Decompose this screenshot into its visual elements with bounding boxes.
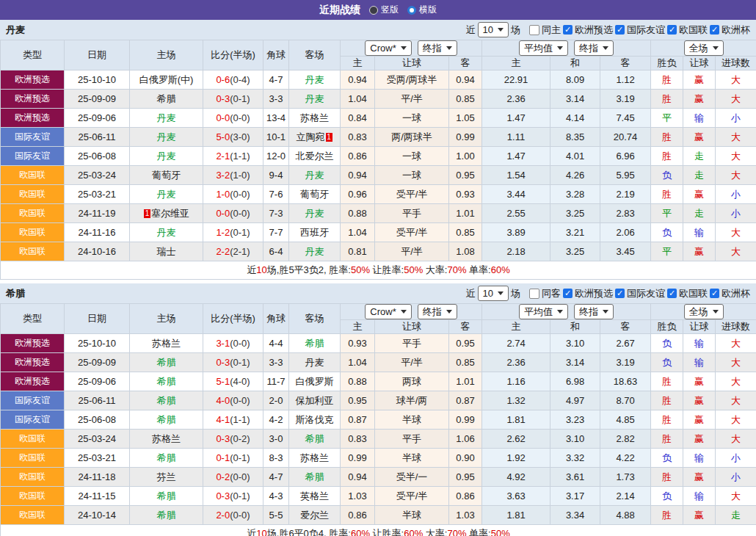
- match-row: 欧国联25-03-21丹麦1-0(0-0)7-6葡萄牙0.96受平/半0.933…: [1, 185, 756, 204]
- avg-home-odds: 1.81: [482, 506, 550, 525]
- summary-segment: 场,胜6平0负4, 胜率:: [267, 528, 351, 536]
- team-name: 希腊: [157, 452, 176, 463]
- crow-home-odds: 0.84: [341, 109, 375, 128]
- radio-icon-vertical[interactable]: [369, 6, 378, 15]
- fulltime-score: 2-2: [216, 246, 230, 257]
- avg-draw-odds: 4.97: [550, 391, 600, 410]
- fulltime-score: 1-2: [216, 227, 230, 238]
- competition-checkbox-3[interactable]: [710, 25, 719, 35]
- competition-checkbox-1[interactable]: [615, 289, 625, 298]
- result-goals: 大: [716, 242, 756, 261]
- crow-bookmaker-select[interactable]: Crow*: [365, 40, 411, 56]
- competition-checkbox-3[interactable]: [710, 289, 719, 298]
- average-odds-select[interactable]: 平均值: [519, 40, 568, 56]
- layout-option-horizontal[interactable]: 横版: [407, 4, 437, 16]
- result-goals: 大: [716, 70, 756, 90]
- avg-draw-odds: 3.14: [550, 90, 600, 109]
- average-odds-select[interactable]: 平均值: [519, 304, 568, 319]
- summary-segment: 60%: [404, 528, 423, 536]
- result-handicap: 赢: [683, 410, 716, 430]
- score-cell: 4-1(1-1): [203, 410, 263, 430]
- halftime-score: (1-1): [230, 414, 250, 425]
- average-final-odds-select[interactable]: 终指: [574, 304, 614, 319]
- avg-draw-odds: 4.26: [550, 166, 600, 185]
- summary-segment: 70%: [447, 528, 466, 536]
- team-name: 丹麦: [157, 112, 176, 123]
- result-goals: 大: [716, 430, 756, 449]
- recent-count-select[interactable]: 10: [478, 22, 509, 37]
- score-cell: 1-2(0-1): [203, 223, 263, 242]
- avg-draw-odds: 3.14: [550, 353, 600, 372]
- result-outcome: 胜: [651, 147, 683, 166]
- result-handicap: 输: [683, 353, 716, 372]
- away-team: 爱尔兰: [289, 506, 341, 525]
- result-handicap: 走: [683, 147, 716, 166]
- result-handicap: 赢: [683, 242, 716, 261]
- chevron-down-icon: [603, 310, 608, 314]
- summary-segment: 单率:: [466, 528, 490, 536]
- competition-checkbox-1[interactable]: [615, 25, 625, 35]
- match-date: 25-03-24: [65, 166, 130, 185]
- avg-away-odds: 2.67: [600, 334, 651, 353]
- handicap-line: 两/两球半: [375, 128, 449, 147]
- avg-home-odds: 2.36: [482, 90, 550, 109]
- handicap-line: 半球: [375, 506, 449, 525]
- result-outcome: 胜: [651, 70, 683, 90]
- handicap-line: 平/半: [375, 353, 449, 372]
- summary-segment: 60%: [351, 528, 370, 536]
- avg-home-odds: 2.18: [482, 242, 550, 261]
- recent-count-select[interactable]: 10: [478, 286, 509, 301]
- home-team: 丹麦: [130, 109, 203, 128]
- avg-away-odds: 1.73: [600, 468, 651, 487]
- result-outcome: 负: [651, 223, 683, 242]
- average-final-odds-select[interactable]: 终指: [574, 40, 614, 56]
- team-name: 希腊: [157, 395, 176, 406]
- col-avg-draw: 和: [550, 57, 600, 70]
- match-type-badge: 国际友谊: [1, 147, 65, 166]
- handicap-line: 受平/半: [375, 487, 449, 506]
- team-name: 立陶宛: [297, 131, 325, 142]
- layout-option-vertical[interactable]: 竖版: [369, 4, 399, 16]
- recent-count-value: 10: [483, 24, 493, 35]
- crow-final-odds-select[interactable]: 终指: [418, 304, 457, 319]
- avg-draw-odds: 3.21: [550, 223, 600, 242]
- match-date: 25-06-08: [65, 147, 130, 166]
- result-handicap: 赢: [683, 468, 716, 487]
- home-team: 希腊: [130, 372, 203, 391]
- match-row: 国际友谊25-06-08希腊4-1(1-1)4-2斯洛伐克0.87半球0.991…: [1, 410, 756, 430]
- red-card-badge: 1: [326, 133, 332, 142]
- team-name: 苏格兰: [300, 452, 329, 463]
- crow-home-odds: 0.94: [341, 468, 375, 487]
- crow-away-odds: 0.99: [449, 410, 482, 430]
- same-venue-checkbox[interactable]: [529, 289, 539, 299]
- topbar: 近期战绩 竖版 横版: [0, 0, 756, 20]
- competition-checkbox-0[interactable]: [563, 289, 573, 298]
- avg-home-odds: 4.92: [482, 468, 550, 487]
- team-name: 希腊: [157, 414, 176, 425]
- fulltime-select[interactable]: 全场: [684, 40, 724, 56]
- same-venue-checkbox[interactable]: [529, 25, 539, 35]
- competition-checkbox-0[interactable]: [563, 25, 573, 35]
- home-team: 苏格兰: [130, 430, 203, 449]
- crow-bookmaker-select[interactable]: Crow*: [365, 304, 411, 319]
- match-row: 国际友谊25-06-08丹麦2-1(1-1)12-0北爱尔兰0.86一球1.00…: [1, 147, 756, 166]
- avg-away-odds: 3.19: [600, 90, 651, 109]
- competition-checkbox-2[interactable]: [667, 289, 677, 298]
- competition-checkbox-2[interactable]: [667, 25, 677, 35]
- fulltime-select[interactable]: 全场: [684, 304, 724, 319]
- col-result-goals: 进球数: [716, 57, 756, 70]
- fulltime-score: 2-1: [216, 151, 230, 162]
- result-goals: 小: [716, 185, 756, 204]
- competition-label-3: 欧洲杯: [722, 287, 750, 300]
- match-date: 25-03-21: [65, 449, 130, 468]
- result-outcome: 平: [651, 204, 683, 223]
- col-result-handicap: 让球: [683, 57, 716, 70]
- handicap-line: 受两/两球半: [375, 70, 449, 90]
- match-date: 25-09-06: [65, 372, 130, 391]
- crow-final-odds-select[interactable]: 终指: [418, 40, 457, 56]
- home-team: 白俄罗斯(中): [130, 70, 203, 90]
- match-row: 欧国联24-10-16瑞士2-2(2-1)6-4丹麦0.81平/半1.082.1…: [1, 242, 756, 261]
- avg-home-odds: 1.92: [482, 449, 550, 468]
- result-handicap: 输: [683, 487, 716, 506]
- radio-icon-horizontal[interactable]: [407, 6, 416, 15]
